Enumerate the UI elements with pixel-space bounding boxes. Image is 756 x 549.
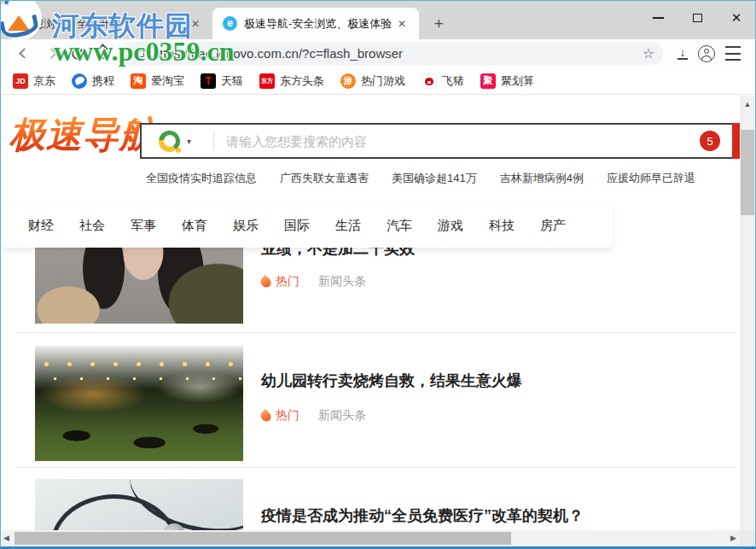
hot-tag: 热门 xyxy=(276,408,299,423)
news-item[interactable]: 幼儿园转行卖烧烤自救，结果生意火爆 热门 新闻头条 xyxy=(15,333,735,468)
category-entertainment[interactable]: 娱乐 xyxy=(220,218,271,234)
scroll-right-icon[interactable]: ▶ xyxy=(730,534,736,542)
horizontal-scroll-thumb[interactable] xyxy=(15,532,511,545)
taobao-logo-icon: 淘 xyxy=(131,73,146,89)
notification-badge[interactable]: 5 xyxy=(700,131,720,151)
tab-lenovo-upgrade[interactable]: 联想浏览器全面升级 ✕ xyxy=(8,8,212,39)
search-button[interactable] xyxy=(732,123,740,159)
forward-icon xyxy=(46,48,57,59)
hot-link[interactable]: 应援幼师早已辞退 xyxy=(607,171,695,186)
maximize-icon xyxy=(693,14,702,22)
hot-link[interactable]: 广西失联女童遇害 xyxy=(280,171,369,186)
maximize-button[interactable] xyxy=(683,1,712,35)
news-photo-bbq-market[interactable] xyxy=(35,346,243,461)
url-text: https://hao.lenovo.com.cn/?c=flash_brows… xyxy=(153,46,643,61)
bookmark-jd[interactable]: JD 京东 xyxy=(13,73,55,89)
category-games[interactable]: 游戏 xyxy=(425,218,476,234)
category-realestate[interactable]: 房产 xyxy=(527,218,579,234)
bookmark-fliggy[interactable]: 飞猪 xyxy=(422,73,464,89)
hot-tag: 热门 xyxy=(276,274,299,289)
hot-link[interactable]: 吉林新增病例4例 xyxy=(500,171,584,186)
category-life[interactable]: 生活 xyxy=(323,218,374,234)
news-source: 新闻头条 xyxy=(318,408,366,423)
minimize-button[interactable] xyxy=(643,1,672,35)
browser-window: 联想浏览器全面升级 ✕ e 极速导航-安全浏览、极速体验 ✕ ＋ ✕ https… xyxy=(0,0,756,549)
address-bar[interactable]: https://hao.lenovo.com.cn/?c=flash_brows… xyxy=(120,42,663,65)
search-box: ▾ 5 xyxy=(140,123,740,159)
category-military[interactable]: 军事 xyxy=(118,218,169,234)
jd-logo-icon: JD xyxy=(13,73,28,89)
category-nav: 财经 社会 军事 体育 娱乐 国际 生活 汽车 游戏 科技 房产 xyxy=(1,203,613,248)
back-icon xyxy=(19,48,30,59)
home-button[interactable] xyxy=(91,39,117,67)
vertical-scrollbar[interactable]: ▲ xyxy=(740,96,755,530)
search-engine-selector[interactable]: ▾ xyxy=(142,131,201,152)
category-sports[interactable]: 体育 xyxy=(169,218,220,234)
hot-search-links: 全国疫情实时追踪信息 广西失联女童遇害 美国确诊超141万 吉林新增病例4例 应… xyxy=(146,171,718,186)
minimize-icon xyxy=(653,17,664,19)
browser-toolbar: https://hao.lenovo.com.cn/?c=flash_brows… xyxy=(1,39,755,67)
category-auto[interactable]: 汽车 xyxy=(374,218,425,234)
category-international[interactable]: 国际 xyxy=(271,218,323,234)
flame-icon xyxy=(259,275,273,289)
tab-favicon-e-icon: e xyxy=(223,16,237,31)
downloads-button[interactable]: ↓ xyxy=(670,39,695,67)
bookmark-taobao[interactable]: 淘 爱淘宝 xyxy=(131,73,184,89)
tab-title: 极速导航-安全浏览、极速体验 xyxy=(244,16,393,32)
close-window-button[interactable]: ✕ xyxy=(722,1,751,35)
news-source: 新闻头条 xyxy=(318,274,366,289)
category-tech[interactable]: 科技 xyxy=(476,218,527,234)
user-icon xyxy=(704,49,709,54)
bookmark-star-icon[interactable]: ☆ xyxy=(643,45,654,61)
refresh-button[interactable] xyxy=(65,39,90,67)
scrollbar-corner xyxy=(740,530,755,548)
vertical-scroll-thumb[interactable] xyxy=(741,130,754,215)
horizontal-scrollbar[interactable]: ◀ ▶ xyxy=(1,530,741,548)
360-search-icon xyxy=(159,131,180,152)
scroll-left-icon[interactable]: ◀ xyxy=(3,534,9,542)
bookmark-tmall[interactable]: T 天猫 xyxy=(201,73,243,89)
home-icon xyxy=(98,49,110,59)
search-input[interactable] xyxy=(226,134,700,149)
news-title[interactable]: 疫情是否成为推动“全员免费医疗”改革的契机？ xyxy=(261,505,584,526)
tab-close-icon[interactable]: ✕ xyxy=(393,16,410,32)
fliggy-pig-icon xyxy=(422,73,437,89)
profile-button[interactable] xyxy=(698,45,715,62)
titlebar: 联想浏览器全面升级 ✕ e 极速导航-安全浏览、极速体验 ✕ ＋ ✕ xyxy=(1,1,755,39)
category-society[interactable]: 社会 xyxy=(67,218,118,234)
back-button[interactable] xyxy=(11,39,37,67)
new-tab-button[interactable]: ＋ xyxy=(427,12,450,34)
dongfang-logo-icon: 东方 xyxy=(259,73,275,89)
tmall-logo-icon: T xyxy=(201,73,216,89)
bookmark-dongfang-toutiao[interactable]: 东方 东方头条 xyxy=(259,73,324,89)
site-logo: 极速导航 xyxy=(9,111,156,159)
flame-icon xyxy=(259,409,273,423)
tab-title: 联想浏览器全面升级 xyxy=(21,16,187,32)
ctrip-dolphin-icon xyxy=(72,73,87,89)
refresh-icon xyxy=(68,44,86,62)
forward-button[interactable] xyxy=(38,39,64,67)
download-arrow-icon: ↓ xyxy=(680,48,686,56)
bookmark-ctrip[interactable]: 携程 xyxy=(72,73,114,89)
juhuasuan-logo-icon: 聚 xyxy=(480,73,496,89)
tab-close-icon[interactable]: ✕ xyxy=(187,16,204,32)
news-title[interactable]: 幼儿园转行卖烧烤自救，结果生意火爆 xyxy=(261,371,522,391)
scroll-up-icon[interactable]: ▲ xyxy=(740,96,755,108)
hot-games-logo-icon: 游 xyxy=(340,73,356,89)
menu-button[interactable] xyxy=(725,46,741,61)
hot-link[interactable]: 美国确诊超141万 xyxy=(392,171,477,186)
category-finance[interactable]: 财经 xyxy=(15,218,67,234)
hot-link[interactable]: 全国疫情实时追踪信息 xyxy=(146,171,257,186)
page-content: 极速导航 ▾ 5 全国疫情实时追踪信息 广西失联女童遇害 美国确诊超141万 吉… xyxy=(1,96,741,549)
lock-icon xyxy=(136,50,144,57)
tab-speed-navigation-active[interactable]: e 极速导航-安全浏览、极速体验 ✕ xyxy=(212,8,419,39)
bookmark-hot-games[interactable]: 游 热门游戏 xyxy=(340,73,405,89)
bookmarks-bar: JD 京东 携程 淘 爱淘宝 T 天猫 东方 东方头条 游 热门游戏 飞猪 聚 xyxy=(1,67,755,95)
bookmark-juhuasuan[interactable]: 聚 聚划算 xyxy=(480,73,534,89)
chevron-down-icon: ▾ xyxy=(187,137,191,146)
